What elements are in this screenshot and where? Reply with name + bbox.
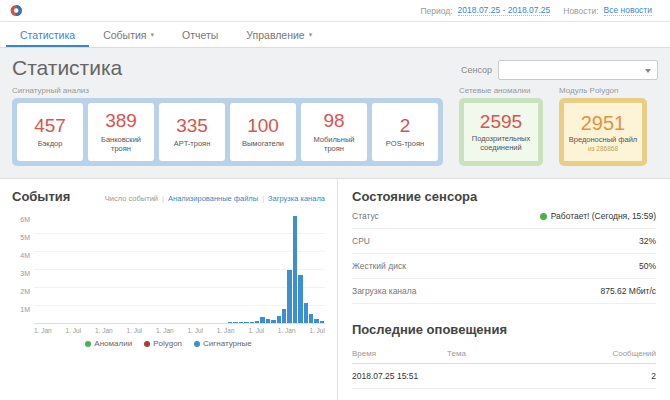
x-tick: 1. Jul bbox=[66, 327, 82, 334]
legend-dot-icon bbox=[144, 341, 150, 347]
x-tick: 1. Jul bbox=[187, 327, 203, 334]
events-chart-plot bbox=[34, 216, 325, 324]
x-tick: 1. Jan bbox=[217, 327, 235, 334]
legend-label: Polygon bbox=[153, 339, 182, 348]
stat-label: Банковский троян bbox=[88, 135, 154, 153]
chart-bar bbox=[239, 322, 243, 323]
stat-card-malicious-files[interactable]: 2951 Вредоносный файл из 286868 bbox=[559, 98, 647, 166]
x-tick: 1. Jan bbox=[95, 327, 113, 334]
stat-card-apt-trojan[interactable]: 335 APT-троян bbox=[159, 103, 225, 161]
divider: | bbox=[262, 194, 264, 203]
tab-statistics-label: Статистика bbox=[20, 29, 75, 41]
cell-count: 2 bbox=[596, 371, 656, 381]
chart-bar bbox=[250, 322, 254, 323]
tab-events-label: События bbox=[103, 29, 146, 41]
y-tick: 1M bbox=[12, 306, 30, 324]
chart-bar bbox=[255, 321, 259, 323]
stat-card-backdoor[interactable]: 457 Бэкдор bbox=[17, 103, 83, 161]
tab-management[interactable]: Управление ▾ bbox=[232, 22, 326, 47]
x-tick: 1. Jul bbox=[127, 327, 143, 334]
chart-bar bbox=[293, 216, 297, 323]
chart-y-axis: 6M 5M 4M 3M 2M 1M bbox=[12, 216, 34, 324]
chevron-down-icon: ▾ bbox=[151, 31, 155, 39]
chart-bar bbox=[314, 319, 318, 323]
tab-events[interactable]: События ▾ bbox=[89, 22, 168, 47]
row-label: Статус bbox=[352, 211, 379, 221]
stat-card-mobile-trojan[interactable]: 98 Мобильный троян bbox=[301, 103, 367, 161]
stat-card-pos-trojan[interactable]: 2 POS-троян bbox=[372, 103, 438, 161]
sensor-status-panel: Состояние сенсора Статус Работает! (Сего… bbox=[338, 179, 670, 400]
events-link-analyzed-files[interactable]: Анализированные файлы bbox=[168, 194, 258, 203]
sensor-select[interactable] bbox=[498, 60, 658, 80]
tab-statistics[interactable]: Статистика bbox=[6, 22, 89, 47]
period-selector[interactable]: 2018.07.25 - 2018.07.25 bbox=[458, 5, 551, 16]
stat-value: 100 bbox=[247, 116, 279, 137]
chart-legend: Аномалии Polygon Сигнатурные bbox=[12, 339, 325, 348]
chevron-down-icon bbox=[645, 69, 651, 73]
events-link-count[interactable]: Число событий bbox=[105, 194, 158, 203]
legend-polygon: Polygon bbox=[144, 339, 182, 348]
col-time: Время bbox=[352, 349, 447, 358]
chart-bar bbox=[233, 322, 237, 323]
sensor-status-row-cpu: CPU 32% bbox=[352, 229, 656, 254]
signature-analysis-label: Сигнатурный анализ bbox=[12, 86, 443, 95]
chart-bar bbox=[287, 270, 291, 324]
alerts-table-row[interactable]: 2018.07.25 15:51 2 bbox=[352, 364, 656, 389]
legend-anomalies: Аномалии bbox=[85, 339, 132, 348]
stat-card-ransomware[interactable]: 100 Вымогатели bbox=[230, 103, 296, 161]
events-title: События bbox=[12, 189, 70, 204]
events-link-channel-load[interactable]: Загрузка канала bbox=[268, 194, 325, 203]
period-label: Период: bbox=[420, 6, 452, 16]
row-label: CPU bbox=[352, 236, 370, 246]
polygon-module-group: Модуль Polygon 2951 Вредоносный файл из … bbox=[559, 86, 647, 166]
stat-value: 457 bbox=[34, 116, 66, 137]
chart-bar bbox=[309, 314, 313, 323]
stat-label: Бэкдор bbox=[36, 139, 65, 148]
stat-value: 389 bbox=[105, 111, 137, 132]
sensor-select-label: Сенсор bbox=[461, 65, 492, 75]
lower-panel: События Число событий | Анализированные … bbox=[0, 178, 670, 400]
legend-label: Аномалии bbox=[94, 339, 132, 348]
chart-bar bbox=[298, 275, 302, 323]
stat-value: 2 bbox=[400, 116, 411, 137]
events-panel: События Число событий | Анализированные … bbox=[0, 179, 338, 400]
col-count: Сообщений bbox=[596, 349, 656, 358]
chart-bar bbox=[304, 303, 308, 323]
chart-bar bbox=[266, 319, 270, 323]
row-value: 50% bbox=[639, 261, 656, 271]
stat-card-banking-trojan[interactable]: 389 Банковский троян bbox=[88, 103, 154, 161]
top-header: Период: 2018.07.25 - 2018.07.25 Новости:… bbox=[0, 0, 670, 22]
news-label: Новости: bbox=[563, 6, 598, 16]
tab-management-label: Управление bbox=[246, 29, 304, 41]
stat-value: 98 bbox=[323, 111, 344, 132]
cell-time: 2018.07.25 15:51 bbox=[352, 371, 447, 381]
stat-label: Подозрительных соединений bbox=[464, 134, 538, 152]
network-anomalies-group: Сетевые аномалии 2595 Подозрительных сое… bbox=[459, 86, 543, 166]
legend-dot-icon bbox=[194, 341, 200, 347]
y-tick: 5M bbox=[12, 234, 30, 252]
stat-card-suspicious-connections[interactable]: 2595 Подозрительных соединений bbox=[459, 98, 543, 166]
network-anomalies-label: Сетевые аномалии bbox=[459, 86, 543, 95]
tab-reports[interactable]: Отчеты bbox=[168, 22, 232, 47]
chart-bar bbox=[320, 321, 324, 323]
chevron-down-icon: ▾ bbox=[309, 31, 313, 39]
col-topic: Тема bbox=[447, 349, 596, 358]
y-tick: 6M bbox=[12, 216, 30, 234]
stat-value: 2595 bbox=[480, 112, 522, 133]
sensor-status-row-status: Статус Работает! (Сегодня, 15:59) bbox=[352, 204, 656, 229]
stat-label: APT-троян bbox=[172, 139, 213, 148]
row-value: Работает! (Сегодня, 15:59) bbox=[551, 211, 656, 221]
chart-bar bbox=[244, 322, 248, 323]
stat-label: Вредоносный файл bbox=[569, 135, 638, 144]
sensor-status-row-channel: Загрузка канала 875.62 Мбит/с bbox=[352, 279, 656, 304]
divider: | bbox=[162, 194, 164, 203]
news-selector[interactable]: Все новости bbox=[604, 5, 652, 16]
alerts-table-header: Время Тема Сообщений bbox=[352, 343, 656, 364]
legend-signature: Сигнатурные bbox=[194, 339, 252, 348]
y-tick: 4M bbox=[12, 252, 30, 270]
y-tick: 3M bbox=[12, 270, 30, 288]
app-logo-icon[interactable] bbox=[10, 3, 25, 18]
chart-bar bbox=[260, 317, 264, 323]
page-title: Статистика bbox=[12, 56, 122, 80]
chart-x-axis: 1. Jan 1. Jul 1. Jan 1. Jul 1. Jan 1. Ju… bbox=[34, 327, 325, 334]
